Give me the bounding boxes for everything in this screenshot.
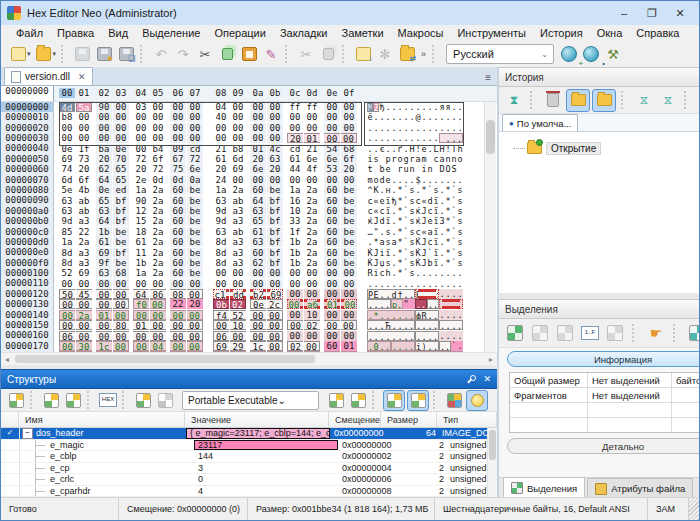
hex-bytes[interactable]: 00000000000000000000000020010000 xyxy=(59,133,361,143)
undo-button[interactable]: ↶ xyxy=(150,43,172,65)
byte-cell[interactable]: be xyxy=(187,196,203,206)
copy-special-button[interactable] xyxy=(317,43,339,65)
byte-cell[interactable]: a3 xyxy=(76,216,92,226)
byte-cell[interactable]: 00 xyxy=(59,299,75,309)
byte-cell[interactable]: 00 xyxy=(96,133,112,143)
hex-row-00000020[interactable]: 0000002000000000000000000000000000000000… xyxy=(1,123,497,133)
byte-cell[interactable]: 0a xyxy=(187,175,203,185)
hex-row-00000110[interactable]: 0000011000000000000000000000000000000000… xyxy=(1,278,497,288)
new-branch-button[interactable] xyxy=(592,89,616,112)
byte-cell[interactable]: 1b xyxy=(287,237,303,247)
byte-cell[interactable]: 69 xyxy=(267,289,283,299)
byte-cell[interactable]: 00 xyxy=(170,331,186,341)
byte-cell[interactable]: be xyxy=(341,237,357,247)
byte-cell[interactable]: 2a xyxy=(304,185,320,195)
hex-bytes[interactable]: 63ab63bf122a60be9da363bf102a60be xyxy=(59,206,361,216)
byte-cell[interactable]: 00 xyxy=(170,102,186,112)
byte-cell[interactable]: f4 xyxy=(213,310,229,320)
byte-cell[interactable]: 00 xyxy=(267,331,283,341)
byte-cell[interactable]: 2a xyxy=(150,268,166,278)
byte-cell[interactable]: 00 xyxy=(113,341,129,351)
byte-cell[interactable]: 01 xyxy=(250,144,266,154)
hex-bytes[interactable]: 06000000000000000600000000000000 xyxy=(59,330,361,340)
byte-cell[interactable]: be xyxy=(187,206,203,216)
byte-cell[interactable]: 68 xyxy=(113,268,129,278)
byte-cell[interactable]: 75 xyxy=(170,164,186,174)
byte-cell[interactable]: 1f xyxy=(76,144,92,154)
byte-cell[interactable]: 0e xyxy=(250,299,266,309)
byte-cell[interactable]: 01 xyxy=(341,341,357,351)
byte-cell[interactable]: 67 xyxy=(170,154,186,164)
byte-cell[interactable]: 61 xyxy=(96,237,112,247)
byte-cell[interactable]: bf xyxy=(113,248,129,258)
byte-cell[interactable]: 00 xyxy=(287,310,303,320)
byte-cell[interactable]: cd xyxy=(287,144,303,154)
byte-cell[interactable]: 30 xyxy=(76,341,92,351)
apply-structure-button[interactable] xyxy=(407,390,429,411)
byte-cell[interactable]: 00 xyxy=(230,331,246,341)
byte-cell[interactable]: 8d xyxy=(59,248,75,258)
byte-cell[interactable]: 64 xyxy=(96,216,112,226)
ascii-text[interactable]: c«eїђ*`sc«dї.*`s xyxy=(367,195,463,205)
ascii-text[interactable]: MZђ.........яя.. xyxy=(367,102,463,112)
byte-cell[interactable]: 60 xyxy=(324,248,340,258)
byte-cell[interactable]: 00 xyxy=(59,133,75,143)
byte-cell[interactable]: 64 xyxy=(250,196,266,206)
byte-cell[interactable]: 00 xyxy=(113,331,129,341)
ascii-text[interactable]: ................ xyxy=(367,351,463,352)
byte-cell[interactable]: 00 xyxy=(341,351,357,352)
byte-cell[interactable]: 00 xyxy=(287,175,303,185)
byte-cell[interactable]: a3 xyxy=(76,258,92,268)
byte-cell[interactable]: 00 xyxy=(59,320,75,330)
byte-cell[interactable]: 65 xyxy=(250,216,266,226)
checkbox-cell[interactable] xyxy=(1,463,20,474)
remove-structure-button[interactable] xyxy=(155,391,175,410)
pointer-mode-button[interactable]: ☛ xyxy=(646,324,666,343)
byte-cell[interactable]: 00 xyxy=(113,289,129,299)
ascii-text[interactable]: ^K.н.*`s.*`s.*`s xyxy=(367,185,463,195)
byte-cell[interactable]: ff xyxy=(304,102,320,112)
byte-cell[interactable]: be xyxy=(187,185,203,195)
ascii-text[interactable]: ќЈdї.*`sќЈeї3*`s xyxy=(367,216,463,226)
byte-cell[interactable]: 2a xyxy=(150,196,166,206)
hex-row-00000060[interactable]: 00000060742062652072756e20696e20444f5320… xyxy=(1,164,497,174)
hex-row-00000050[interactable]: 0000005069732070726f6772616d2063616e6e6f… xyxy=(1,154,497,164)
byte-cell[interactable]: 9f xyxy=(96,258,112,268)
byte-cell[interactable]: 2a xyxy=(304,206,320,216)
byte-cell[interactable]: 00 xyxy=(341,268,357,278)
byte-cell[interactable]: 00 xyxy=(287,112,303,122)
byte-cell[interactable]: a3 xyxy=(230,237,246,247)
detach-structure-button[interactable] xyxy=(63,391,83,410)
hex-row-00000180[interactable]: 0000018000001000000000000010000000000000… xyxy=(1,351,497,352)
ascii-text[interactable]: ЌЈџs.*`sЌЈbї.*`s xyxy=(367,258,463,268)
byte-cell[interactable]: 00 xyxy=(76,351,92,352)
byte-cell[interactable]: 02 xyxy=(304,320,320,330)
cut-special-button[interactable]: ✂ xyxy=(295,43,317,65)
byte-cell[interactable]: 00 xyxy=(96,299,112,309)
byte-cell[interactable]: 21 xyxy=(304,144,320,154)
byte-cell[interactable]: 00 xyxy=(187,310,203,320)
byte-cell[interactable]: 00 xyxy=(150,351,166,352)
byte-cell[interactable]: 00 xyxy=(304,331,320,341)
byte-cell[interactable]: 00 xyxy=(96,123,112,133)
add-structure-button[interactable] xyxy=(133,391,153,410)
byte-cell[interactable]: 00 xyxy=(324,175,340,185)
byte-cell[interactable]: 00 xyxy=(341,102,357,112)
byte-cell[interactable]: ab xyxy=(76,206,92,216)
byte-cell[interactable]: 00 xyxy=(250,331,266,341)
byte-cell[interactable]: 00 xyxy=(187,102,203,112)
byte-cell[interactable]: 00 xyxy=(341,310,357,320)
byte-cell[interactable]: 5a xyxy=(76,102,92,112)
structures-vertical-scrollbar[interactable] xyxy=(487,428,497,498)
byte-cell[interactable]: 00 xyxy=(267,102,283,112)
collapse-icon[interactable]: − xyxy=(22,428,33,439)
byte-cell[interactable]: 00 xyxy=(304,112,320,122)
byte-cell[interactable]: 72 xyxy=(150,164,166,174)
byte-cell[interactable]: 18 xyxy=(133,227,149,237)
byte-cell[interactable]: 00 xyxy=(341,175,357,185)
hex-bytes[interactable]: 5e4b0eed1a2a60be1a2a60be1a2a60be xyxy=(59,185,361,195)
byte-cell[interactable]: 00 xyxy=(187,123,203,133)
user-structure-button[interactable] xyxy=(348,391,368,410)
structure-row-e_cblp[interactable]: e_cblp1440x000000022unsigned sh xyxy=(1,451,497,463)
byte-cell[interactable]: 1b xyxy=(287,248,303,258)
